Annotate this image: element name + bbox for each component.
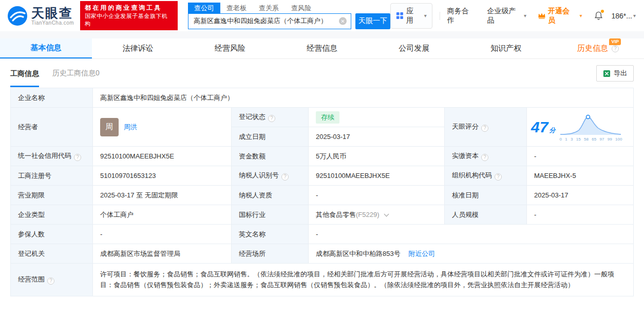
tab-operating-info[interactable]: 经营信息: [276, 38, 368, 58]
chevron-down-icon[interactable]: [384, 211, 389, 216]
staff-size-label: 人员规模: [445, 205, 527, 225]
divider: [440, 12, 440, 20]
apps-menu[interactable]: 应用 ▾: [390, 3, 432, 29]
search-tab-company[interactable]: 查公司: [188, 3, 220, 13]
table-row: 营业期限 2025-03-17 至 无固定期限 纳税人资质 - 核准日期 202…: [11, 186, 634, 205]
nearby-companies-link[interactable]: 附近公司: [408, 250, 435, 257]
reg-status-value: 存续: [309, 108, 445, 127]
promo-banner: 都在用的商业查询工具 国家中小企业发展子基金旗下机构: [80, 1, 178, 30]
company-name-label: 企业名称: [11, 88, 93, 108]
tab-basic-info[interactable]: 基本信息: [0, 38, 92, 58]
org-code-value: MAEEBJHX-5: [527, 166, 634, 186]
table-row: 统一社会信用代码? 92510100MAEEBJHX5E 资金数额 5万人民币 …: [11, 147, 634, 166]
apps-grid-icon: [396, 12, 404, 19]
uscc-label: 统一社会信用代码?: [11, 147, 93, 166]
notification-dot: [601, 10, 604, 13]
notification-bell[interactable]: [594, 11, 603, 21]
clear-search-icon[interactable]: ✕: [339, 17, 347, 25]
business-site-value: 成都高新区中和中柏路853号 附近公司: [309, 244, 634, 264]
reg-status-label: 登记状态?: [232, 108, 309, 127]
taxpayer-quali-label: 纳税人资质: [232, 186, 309, 205]
user-account-menu[interactable]: 186*... ▾: [612, 12, 636, 20]
taxpayer-quali-value: -: [309, 186, 445, 205]
establish-date-value: 2025-03-17: [309, 127, 445, 147]
reg-number-label: 工商注册号: [11, 166, 93, 186]
section-tabs: 基本信息 法律诉讼 经营风险 经营信息 公司发展 知识产权 历史信息 VIP ?: [0, 38, 644, 59]
help-icon[interactable]: ?: [481, 154, 488, 161]
business-scope-value: 许可项目：餐饮服务；食品销售；食品互联网销售。（依法须经批准的项目，经相关部门批…: [93, 264, 634, 296]
top-header: 天眼查 TianYanCha.com 都在用的商业查询工具 国家中小企业发展子基…: [0, 0, 644, 31]
reg-authority-value: 成都高新区市场监督管理局: [93, 244, 232, 264]
tab-label: 知识产权: [490, 44, 521, 53]
vip-badge: VIP: [609, 38, 621, 45]
status-badge: 存续: [316, 111, 339, 124]
tianyan-score-cell[interactable]: 47分 01 315 5865 9799 100: [527, 108, 634, 147]
tab-label: 法律诉讼: [123, 44, 154, 53]
subtab-business-info[interactable]: 工商信息: [10, 60, 39, 87]
header-divider-band: [0, 31, 644, 38]
help-icon[interactable]: ?: [268, 115, 275, 122]
insured-count-value: -: [93, 225, 232, 244]
help-icon[interactable]: ?: [47, 277, 54, 285]
help-icon[interactable]: ?: [281, 173, 289, 181]
uscc-value: 92510100MAEEBJHX5E: [93, 147, 232, 166]
help-icon[interactable]: ?: [612, 45, 619, 52]
help-icon[interactable]: ?: [74, 154, 81, 161]
brand-block: 天眼查 TianYanCha.com: [31, 6, 74, 26]
table-row: 企业类型 个体工商户 国标行业 其他食品零售(F5229) 人员规模 -: [11, 205, 634, 225]
help-icon[interactable]: ?: [495, 173, 502, 181]
tab-history-info[interactable]: 历史信息 VIP ?: [552, 38, 644, 58]
business-info-table: 企业名称 高新区鑫逸中和四姐兔卤菜店（个体工商户） 经营者 周 周洪 登记状态?…: [10, 88, 634, 296]
nav-open-vip[interactable]: 开通会员 ▾: [538, 7, 582, 25]
score-label: 天眼评分?: [445, 108, 527, 147]
tab-label: 基本信息: [31, 43, 62, 53]
apps-label: 应用: [406, 7, 421, 25]
nav-business-cooperation[interactable]: 商务合作: [447, 7, 476, 25]
search-button[interactable]: 天眼一下: [355, 13, 390, 29]
enterprise-label: 企业级产品: [487, 7, 523, 25]
score-distribution-chart: 01 315 5865 9799 100: [559, 113, 622, 142]
tab-legal-proceedings[interactable]: 法律诉讼: [92, 38, 184, 58]
taxpayer-id-label: 纳税人识别号?: [232, 166, 309, 186]
help-icon[interactable]: ?: [481, 125, 488, 132]
operator-name-link[interactable]: 周洪: [124, 123, 137, 132]
english-name-value: -: [309, 225, 634, 244]
english-name-label: 英文名称: [232, 225, 309, 244]
search-row: ✕ 天眼一下: [188, 13, 390, 29]
tianyancha-logo[interactable]: 天眼查 TianYanCha.com: [7, 6, 74, 26]
score-number: 47分: [531, 118, 555, 136]
nav-enterprise-products[interactable]: 企业级产品 ▾: [487, 7, 526, 25]
operator-label: 经营者: [11, 108, 93, 147]
search-tab-relation[interactable]: 查关系: [253, 3, 285, 13]
industry-value[interactable]: 其他食品零售(F5229): [309, 205, 445, 225]
operator-cell: 周 周洪: [93, 108, 232, 147]
table-row: 企业名称 高新区鑫逸中和四姐兔卤菜店（个体工商户）: [11, 88, 634, 108]
reg-authority-label: 登记机关: [11, 244, 93, 264]
brand-name: 天眼查: [31, 6, 74, 19]
tab-label: 历史信息: [577, 44, 608, 52]
caret-down-icon: ▾: [633, 13, 636, 18]
tab-operating-risk[interactable]: 经营风险: [184, 38, 276, 58]
search-tab-boss[interactable]: 查老板: [220, 3, 253, 13]
tab-company-development[interactable]: 公司发展: [368, 38, 460, 58]
caret-down-icon: ▾: [579, 13, 582, 18]
promo-line2: 国家中小企业发展子基金旗下机构: [85, 12, 173, 28]
table-row: 经营者 周 周洪 登记状态? 存续 天眼评分? 47分: [11, 108, 634, 127]
paidin-capital-label: 实缴资本?: [445, 147, 527, 166]
user-phone-label: 186*...: [612, 12, 632, 20]
search-input[interactable]: [188, 13, 351, 29]
open-vip-label: 开通会员: [548, 7, 577, 25]
establish-date-label: 成立日期: [232, 127, 309, 147]
business-label: 商务合作: [447, 7, 476, 25]
excel-icon: [603, 70, 611, 77]
search-tab-risk[interactable]: 查风险: [285, 3, 317, 13]
table-row: 参保人数 - 英文名称 -: [11, 225, 634, 244]
tab-intellectual-property[interactable]: 知识产权: [460, 38, 552, 58]
company-type-label: 企业类型: [11, 205, 93, 225]
table-row: 工商注册号 510109701653123 纳税人识别号? 92510100MA…: [11, 166, 634, 186]
approval-date-value: 2025-03-17: [527, 186, 634, 205]
export-button[interactable]: 导出: [596, 65, 634, 82]
table-row: 经营范围? 许可项目：餐饮服务；食品销售；食品互联网销售。（依法须经批准的项目，…: [11, 264, 634, 296]
operator-avatar[interactable]: 周: [100, 118, 119, 136]
subtab-history-business-info[interactable]: 历史工商信息0: [52, 69, 100, 78]
